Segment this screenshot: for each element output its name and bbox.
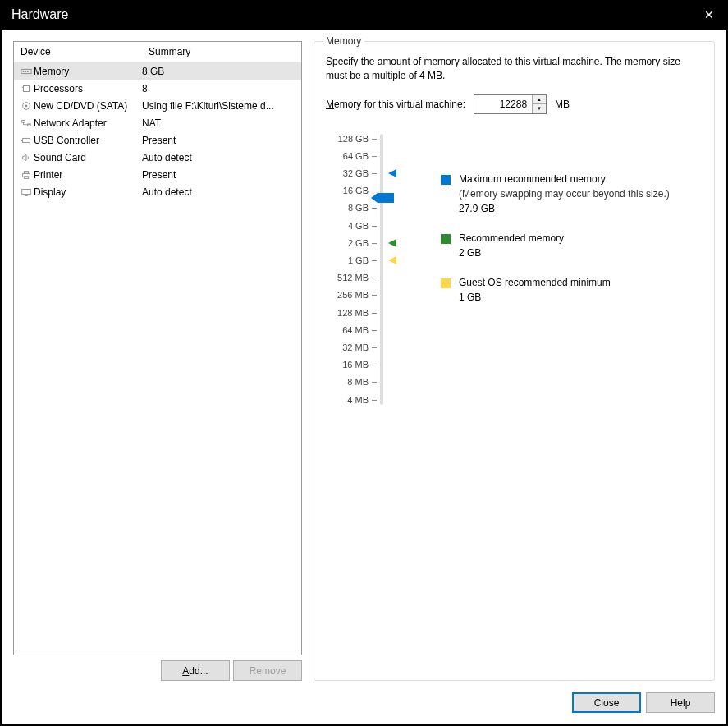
svg-rect-13 (23, 138, 30, 142)
device-row-new-cd-dvd-sata-[interactable]: New CD/DVD (SATA)Using file F:\Kituri\Si… (14, 97, 301, 114)
legend-guest-value: 1 GB (459, 292, 703, 303)
device-summary: 8 (142, 83, 301, 94)
device-name: Printer (34, 169, 142, 181)
help-button[interactable]: Help (646, 692, 715, 713)
close-button[interactable]: Close (572, 692, 641, 713)
device-summary: Using file F:\Kituri\Sisteme d... (142, 100, 301, 112)
titlebar: Hardware ✕ (0, 0, 728, 30)
device-row-printer[interactable]: PrinterPresent (14, 166, 301, 183)
remove-button: Remove (233, 660, 302, 681)
guest-swatch-icon (441, 278, 451, 288)
marker-guest-icon (388, 256, 396, 264)
max-swatch-icon (441, 175, 451, 185)
device-summary: Auto detect (142, 152, 301, 163)
device-row-network-adapter[interactable]: Network AdapterNAT (14, 114, 301, 131)
svg-rect-11 (22, 120, 25, 122)
sound-icon (19, 151, 34, 164)
device-row-sound-card[interactable]: Sound CardAuto detect (14, 149, 301, 166)
marker-max-icon (388, 169, 396, 177)
memory-input[interactable] (474, 95, 532, 113)
svg-rect-3 (27, 71, 29, 72)
device-list-header: Device Summary (14, 42, 301, 62)
device-row-processors[interactable]: Processors8 (14, 80, 301, 97)
device-row-memory[interactable]: Memory8 GB (14, 62, 301, 80)
legend-max-label: Maximum recommended memory (459, 173, 606, 185)
svg-rect-4 (24, 85, 30, 91)
svg-rect-14 (21, 140, 23, 141)
device-summary: Present (142, 135, 301, 146)
legend-guest-label: Guest OS recommended minimum (459, 277, 611, 288)
legend-rec-value: 2 GB (459, 247, 703, 259)
cpu-icon (19, 82, 34, 95)
device-name: Display (34, 186, 142, 198)
groupbox-title: Memory (323, 35, 364, 47)
usb-icon (19, 134, 34, 147)
svg-rect-16 (24, 171, 28, 173)
dialog-buttons: Close Help (13, 681, 715, 713)
device-name: Processors (34, 83, 142, 94)
add-button[interactable]: Add... (161, 660, 230, 681)
disc-icon (19, 99, 34, 113)
device-panel: Device Summary Memory8 GBProcessors8New … (13, 41, 302, 681)
window-title: Hardware (11, 7, 690, 22)
legend-max-value: 27.9 GB (459, 203, 703, 214)
spinner-down-icon[interactable]: ▼ (533, 104, 546, 113)
slider-thumb[interactable] (378, 193, 394, 203)
legend-rec-label: Recommended memory (459, 232, 564, 244)
memory-description: Specify the amount of memory allocated t… (326, 55, 703, 83)
device-name: Network Adapter (34, 117, 142, 129)
display-icon (19, 186, 34, 199)
svg-point-10 (25, 104, 28, 107)
memory-spinner[interactable]: ▲ ▼ (474, 94, 547, 114)
slider-ticks (369, 134, 377, 405)
memory-icon (19, 65, 34, 78)
memory-unit: MB (555, 99, 570, 110)
device-summary: Present (142, 169, 301, 181)
memory-legend: Maximum recommended memory (Memory swapp… (441, 134, 703, 405)
legend-max-note: (Memory swapping may occur beyond this s… (459, 188, 703, 200)
device-row-usb-controller[interactable]: USB ControllerPresent (14, 131, 301, 149)
slider-tick-labels: 128 GB64 GB32 GB16 GB8 GB4 GB2 GB1 GB512… (326, 134, 369, 405)
device-name: New CD/DVD (SATA) (34, 100, 142, 112)
device-summary: 8 GB (142, 66, 301, 77)
memory-input-label: Memory for this virtual machine: (326, 99, 465, 110)
spinner-up-icon[interactable]: ▲ (533, 95, 546, 105)
device-name: Memory (34, 66, 142, 77)
header-summary[interactable]: Summary (142, 42, 301, 62)
device-name: Sound Card (34, 152, 142, 163)
svg-rect-18 (22, 189, 31, 194)
marker-rec-icon (388, 239, 396, 247)
device-list: Device Summary Memory8 GBProcessors8New … (13, 41, 302, 655)
memory-slider[interactable] (380, 134, 383, 405)
device-row-display[interactable]: DisplayAuto detect (14, 183, 301, 200)
device-summary: Auto detect (142, 186, 301, 198)
rec-swatch-icon (441, 234, 451, 244)
printer-icon (19, 168, 34, 182)
device-summary: NAT (142, 117, 301, 129)
svg-rect-1 (23, 71, 25, 72)
close-icon[interactable]: ✕ (690, 0, 728, 30)
device-name: USB Controller (34, 135, 142, 146)
header-device[interactable]: Device (14, 42, 142, 62)
memory-panel: Memory Specify the amount of memory allo… (314, 41, 715, 681)
svg-rect-2 (25, 71, 26, 72)
network-icon (19, 117, 34, 130)
window-body: Device Summary Memory8 GBProcessors8New … (2, 30, 726, 724)
